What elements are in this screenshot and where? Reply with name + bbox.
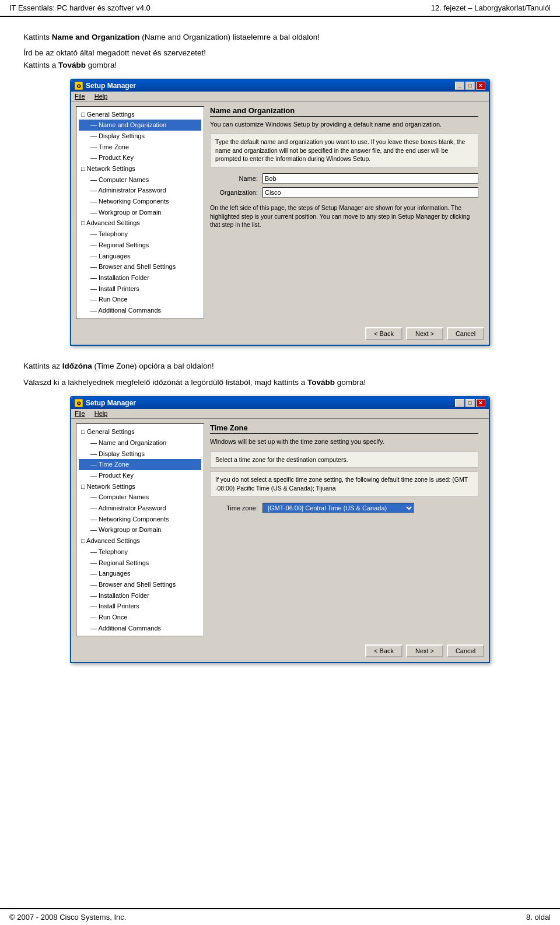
page-footer: © 2007 - 2008 Cisco Systems, Inc. 8. old… (0, 908, 560, 925)
tree-2: □ General Settings— Name and Organizatio… (76, 423, 204, 636)
cancel-button-1[interactable]: Cancel (447, 327, 484, 340)
dialog-2-icon: ⚙ (75, 399, 83, 407)
tree-item[interactable]: — Administrator Password (79, 503, 201, 514)
tree-item[interactable]: — Browser and Shell Settings (79, 261, 201, 272)
tree-item[interactable]: — Name and Organization (79, 120, 201, 131)
header-left: IT Essentials: PC hardver és szoftver v4… (9, 3, 150, 12)
tree-item[interactable]: — Installation Folder (79, 590, 201, 601)
instruction-1-line1: Kattints Name and Organization (Name and… (23, 31, 537, 44)
tree-item[interactable]: — Run Once (79, 612, 201, 623)
dialog-2-body: □ General Settings— Name and Organizatio… (71, 419, 489, 641)
right-title-2: Time Zone (210, 423, 478, 434)
timezone-select[interactable]: [GMT-06:00] Central Time (US & Canada) (262, 503, 414, 513)
right-panel-1: Name and Organization You can customize … (204, 106, 484, 319)
menu-file-2[interactable]: File (75, 410, 85, 417)
instruction-2-line2: Válaszd ki a lakhelyednek megfelelő időz… (23, 378, 537, 387)
titlebar-1-left: ⚙ Setup Manager (75, 82, 136, 90)
right-note-2a: Select a time zone for the destination c… (210, 451, 478, 468)
minimize-button-1[interactable]: _ (455, 82, 464, 90)
menu-help-1[interactable]: Help (94, 93, 108, 100)
titlebar-1: ⚙ Setup Manager _ □ ✕ (71, 80, 489, 92)
tree-item[interactable]: — Administrator Password (79, 185, 201, 196)
tree-item[interactable]: — Additional Commands (79, 623, 201, 634)
right-title-1: Name and Organization (210, 106, 478, 117)
tree-item[interactable]: — Run Once (79, 294, 201, 305)
close-button-1[interactable]: ✕ (476, 82, 485, 90)
cancel-button-2[interactable]: Cancel (447, 644, 484, 657)
tree-item[interactable]: — Computer Names (79, 492, 201, 503)
footer-left: © 2007 - 2008 Cisco Systems, Inc. (9, 913, 126, 922)
tree-item[interactable]: — Name and Organization (79, 437, 201, 449)
dialog-2-title: Setup Manager (86, 399, 136, 407)
right-desc-1: You can customize Windows Setup by provi… (210, 120, 478, 129)
tree-item[interactable]: — Computer Names (79, 174, 201, 185)
tree-item[interactable]: □ Network Settings (79, 481, 201, 492)
tree-item[interactable]: — Networking Components (79, 196, 201, 207)
tree-item[interactable]: — Languages (79, 251, 201, 262)
titlebar-2-buttons[interactable]: _ □ ✕ (455, 399, 485, 407)
tree-item[interactable]: — Telephony (79, 229, 201, 240)
dialog-1-icon: ⚙ (75, 82, 83, 90)
name-input[interactable] (262, 173, 478, 184)
next-button-1[interactable]: Next > (406, 327, 443, 340)
tree-item[interactable]: — Networking Components (79, 514, 201, 525)
tree-item[interactable]: — Installation Folder (79, 272, 201, 283)
tree-item[interactable]: □ General Settings (79, 109, 201, 120)
tree-item[interactable]: — Telephony (79, 546, 201, 558)
tree-item[interactable]: □ General Settings (79, 426, 201, 437)
tree-item[interactable]: — Browser and Shell Settings (79, 579, 201, 590)
bold-tovabb-2: Tovább (307, 378, 335, 387)
tree-item[interactable]: — Display Settings (79, 449, 201, 460)
timezone-row: Time zone: [GMT-06:00] Central Time (US … (210, 503, 478, 513)
titlebar-1-buttons[interactable]: _ □ ✕ (455, 82, 485, 90)
back-button-1[interactable]: < Back (365, 327, 402, 340)
maximize-button-1[interactable]: □ (466, 82, 475, 90)
tree-item[interactable]: — Product Key (79, 152, 201, 163)
name-label: Name: (210, 175, 262, 182)
dialog-1-body: □ General Settings— Name and Organizatio… (71, 101, 489, 324)
tree-item[interactable]: — Workgroup or Domain (79, 207, 201, 218)
tree-item[interactable]: — Display Settings (79, 131, 201, 142)
next-button-2[interactable]: Next > (406, 644, 443, 657)
tree-item[interactable]: — Product Key (79, 470, 201, 481)
instruction-1-line2: Írd be az oktató által megadott nevet és… (23, 48, 537, 57)
tree-item[interactable]: □ Network Settings (79, 163, 201, 174)
back-button-2[interactable]: < Back (365, 644, 402, 657)
org-input[interactable] (262, 187, 478, 198)
page-header: IT Essentials: PC hardver és szoftver v4… (0, 0, 560, 17)
dialog-2: ⚙ Setup Manager _ □ ✕ File Help □ Genera… (70, 396, 490, 663)
bold-idozóna: Időzóna (62, 362, 92, 370)
tree-item[interactable]: — Regional Settings (79, 240, 201, 251)
maximize-button-2[interactable]: □ (466, 399, 475, 407)
tree-item[interactable]: — Install Printers (79, 283, 201, 295)
tree-item[interactable]: — Time Zone (79, 459, 201, 470)
org-row: Organization: (210, 187, 478, 198)
tree-item[interactable]: — Workgroup or Domain (79, 524, 201, 535)
footer-right: 8. oldal (526, 913, 551, 922)
tree-item[interactable]: — Additional Commands (79, 305, 201, 316)
tree-1: □ General Settings— Name and Organizatio… (76, 106, 204, 319)
right-desc-2: Windows will be set up with the time zon… (210, 437, 478, 446)
bold-software: Name and Organization (52, 33, 140, 41)
name-row: Name: (210, 173, 478, 184)
right-note-1: Type the default name and organization y… (210, 134, 478, 167)
minimize-button-2[interactable]: _ (455, 399, 464, 407)
titlebar-2-left: ⚙ Setup Manager (75, 399, 136, 407)
org-label: Organization: (210, 189, 262, 196)
tree-item[interactable]: — Languages (79, 568, 201, 579)
tree-item[interactable]: — Time Zone (79, 142, 201, 153)
dialog-1-buttons: < Back Next > Cancel (71, 324, 489, 345)
tree-item[interactable]: □ Advanced Settings (79, 218, 201, 229)
tree-item[interactable]: □ Advanced Settings (79, 535, 201, 546)
instruction-1-line3: Kattints a Tovább gombra! (23, 61, 537, 69)
timezone-label: Time zone: (210, 504, 262, 511)
close-button-2[interactable]: ✕ (476, 399, 485, 407)
dialog-1-title: Setup Manager (86, 82, 136, 90)
menu-file-1[interactable]: File (75, 93, 85, 100)
menubar-2: File Help (71, 409, 489, 419)
tree-item[interactable]: — Install Printers (79, 601, 201, 612)
tree-item[interactable]: — Regional Settings (79, 558, 201, 569)
menubar-1: File Help (71, 92, 489, 101)
menu-help-2[interactable]: Help (94, 410, 108, 417)
dialog-1: ⚙ Setup Manager _ □ ✕ File Help □ Genera… (70, 79, 490, 346)
